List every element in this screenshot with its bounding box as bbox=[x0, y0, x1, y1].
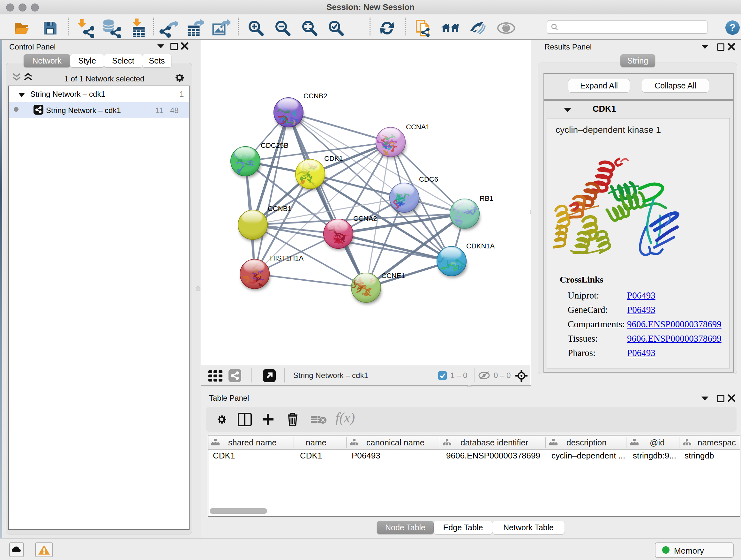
svg-text:CCNB2: CCNB2 bbox=[304, 92, 327, 100]
svg-text:CDKN1A: CDKN1A bbox=[466, 242, 495, 250]
svg-text:CCNA1: CCNA1 bbox=[406, 123, 430, 131]
svg-text:CCNA2: CCNA2 bbox=[353, 214, 377, 223]
svg-text:CCNE1: CCNE1 bbox=[381, 272, 405, 280]
svg-text:HIST1H1A: HIST1H1A bbox=[270, 254, 304, 262]
svg-text:CDK1: CDK1 bbox=[324, 154, 343, 163]
svg-text:CDC6: CDC6 bbox=[419, 175, 438, 183]
svg-text:CDC25B: CDC25B bbox=[261, 141, 288, 149]
svg-text:CCNB1: CCNB1 bbox=[268, 205, 292, 212]
svg-text:RB1: RB1 bbox=[480, 194, 493, 202]
